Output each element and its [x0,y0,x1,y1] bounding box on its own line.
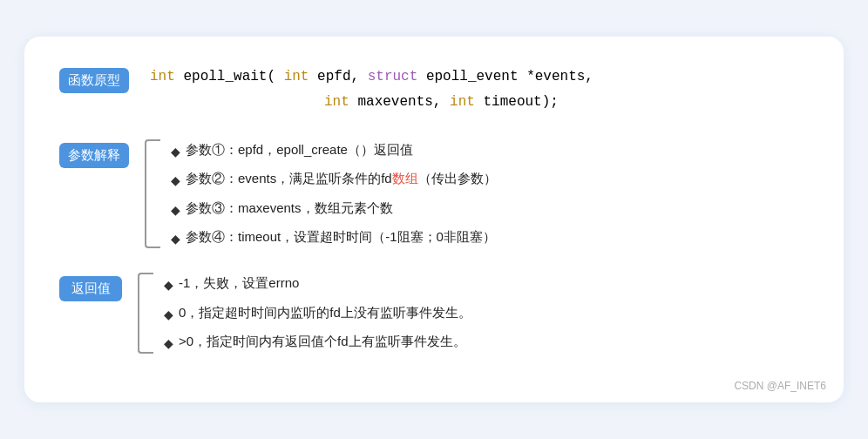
param-item-1: ◆ 参数①：epfd，epoll_create（）返回值 [171,139,809,161]
params-bullet-list: ◆ 参数①：epfd，epoll_create（）返回值 ◆ 参数②：event… [171,139,809,249]
return-item-3: ◆ >0，指定时间内有返回值个fd上有监听事件发生。 [164,331,809,353]
prototype-code: int epoll_wait( int epfd, struct epoll_e… [150,64,809,115]
params-row: 参数解释 ◆ 参数①：epfd，epoll_create（）返回值 ◆ 参数②：… [59,139,809,249]
param-item-4: ◆ 参数④：timeout，设置超时时间（-1阻塞；0非阻塞） [171,226,809,248]
int-keyword-1: int [150,69,175,84]
param-4-text: 参数④：timeout，设置超时时间（-1阻塞；0非阻塞） [186,226,496,247]
int-keyword-2: int [284,69,309,84]
diamond-icon-3: ◆ [171,200,180,220]
return-1-text: -1，失败，设置errno [179,273,299,294]
returns-bullet-list: ◆ -1，失败，设置errno ◆ 0，指定超时时间内监听的fd上没有监听事件发… [164,273,809,353]
param-3-text: 参数③：maxevents，数组元素个数 [186,198,393,219]
func-name: epoll_wait( [183,69,275,84]
returns-row: 返回值 ◆ -1，失败，设置errno ◆ 0，指定超时时间内监听的fd上没有监… [59,273,809,353]
returns-left-bracket [138,273,153,353]
param-epfd: epfd, [317,69,368,84]
param-timeout: timeout); [483,94,558,110]
code-line-1: int epoll_wait( int epfd, struct epoll_e… [150,64,809,90]
params-left-bracket [145,139,160,249]
diamond-icon-r3: ◆ [164,334,173,353]
struct-keyword: struct [368,69,418,84]
param-2-text: 参数②：events，满足监听条件的fd数组（传出参数） [186,168,497,189]
diamond-icon-1: ◆ [171,142,180,161]
return-3-text: >0，指定时间内有返回值个fd上有监听事件发生。 [179,331,466,352]
param-events: epoll_event *events, [426,69,593,84]
params-bracket-area: ◆ 参数①：epfd，epoll_create（）返回值 ◆ 参数②：event… [145,139,809,249]
prototype-row: 函数原型 int epoll_wait( int epfd, struct ep… [59,64,809,115]
main-card: 函数原型 int epoll_wait( int epfd, struct ep… [24,37,844,402]
param-item-2: ◆ 参数②：events，满足监听条件的fd数组（传出参数） [171,168,809,190]
params-badge: 参数解释 [59,143,129,168]
return-2-text: 0，指定超时时间内监听的fd上没有监听事件发生。 [179,302,471,323]
param-maxevents: maxevents, [357,94,450,110]
diamond-icon-4: ◆ [171,229,180,248]
int-keyword-3: int [324,94,349,110]
highlight-array: 数组 [392,171,418,186]
watermark: CSDN @AF_INET6 [734,380,826,392]
diamond-icon-r1: ◆ [164,275,173,294]
return-item-1: ◆ -1，失败，设置errno [164,273,809,294]
returns-badge: 返回值 [59,276,122,301]
prototype-badge: 函数原型 [59,68,129,93]
return-item-2: ◆ 0，指定超时时间内监听的fd上没有监听事件发生。 [164,302,809,324]
diamond-icon-r2: ◆ [164,305,173,324]
diamond-icon-2: ◆ [171,171,180,190]
code-line-2: int maxevents, int timeout); [150,90,809,115]
param-item-3: ◆ 参数③：maxevents，数组元素个数 [171,198,809,220]
int-keyword-4: int [450,94,475,110]
returns-bracket-area: ◆ -1，失败，设置errno ◆ 0，指定超时时间内监听的fd上没有监听事件发… [138,273,809,353]
param-1-text: 参数①：epfd，epoll_create（）返回值 [186,139,413,160]
